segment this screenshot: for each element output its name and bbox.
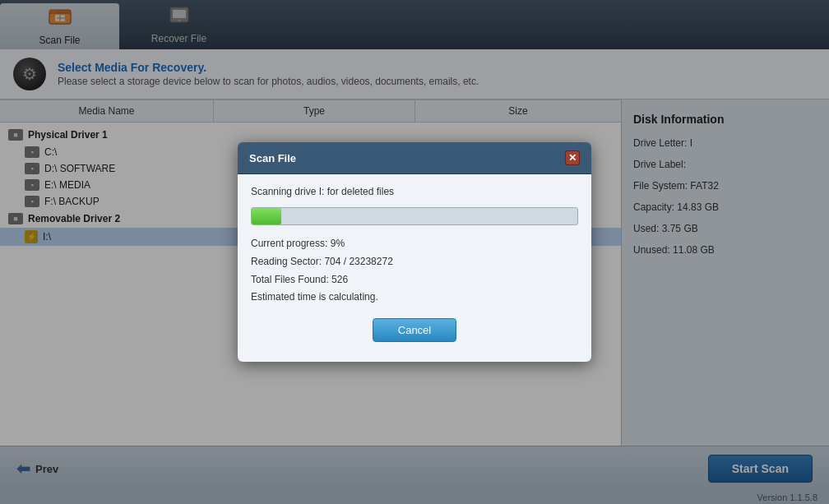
modal-header: Scan File ✕	[238, 142, 591, 174]
cancel-button[interactable]: Cancel	[373, 318, 456, 342]
modal-body: Scanning drive I: for deleted files Curr…	[238, 174, 591, 361]
modal-scanning-text: Scanning drive I: for deleted files	[251, 186, 578, 197]
modal-title: Scan File	[249, 152, 296, 164]
progress-bar-fill	[252, 208, 281, 224]
modal-overlay: Scan File ✕ Scanning drive I: for delete…	[0, 0, 829, 504]
modal-footer: Cancel	[251, 318, 578, 350]
modal-close-button[interactable]: ✕	[565, 150, 580, 165]
scan-dialog: Scan File ✕ Scanning drive I: for delete…	[238, 142, 591, 361]
progress-bar-background	[251, 207, 578, 225]
estimated-time-text: Estimated time is calculating.	[251, 289, 578, 307]
current-progress-text: Current progress: 9%	[251, 235, 578, 253]
reading-sector-text: Reading Sector: 704 / 23238272	[251, 253, 578, 271]
total-files-text: Total Files Found: 526	[251, 271, 578, 289]
modal-progress-info: Current progress: 9% Reading Sector: 704…	[251, 235, 578, 306]
